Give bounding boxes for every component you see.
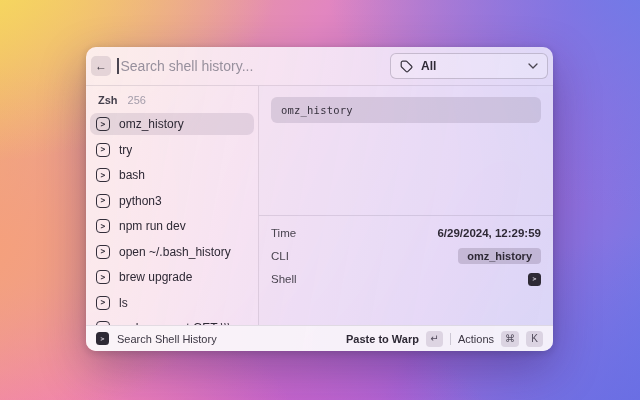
shell-zsh-icon: > — [528, 273, 541, 286]
paste-to-warp-action[interactable]: Paste to Warp — [346, 333, 419, 345]
history-item-label: omz_history — [119, 117, 184, 131]
detail-row-cli: CLI omz_history — [271, 248, 541, 264]
terminal-prompt-icon: > — [96, 270, 110, 284]
terminal-prompt-icon: > — [96, 143, 110, 157]
history-item[interactable]: > try — [90, 139, 254, 161]
back-button[interactable]: ← — [91, 56, 111, 76]
history-item[interactable]: > npm run dev — [90, 215, 254, 237]
shell-section-label: Zsh — [98, 94, 118, 106]
time-value: 6/29/2024, 12:29:59 — [437, 227, 541, 239]
return-key-icon: ↵ — [426, 331, 443, 347]
terminal-prompt-icon: > — [96, 219, 110, 233]
preview-pane: omz_history — [259, 86, 553, 215]
history-item-label: open ~/.bash_history — [119, 245, 231, 259]
cli-value-badge: omz_history — [458, 248, 541, 264]
terminal-prompt-icon: > — [96, 168, 110, 182]
back-arrow-icon: ← — [95, 59, 107, 73]
history-sidebar: Zsh 256 > omz_history > try > bash > — [86, 86, 258, 325]
footer-app-label: Search Shell History — [117, 333, 338, 345]
history-list: > omz_history > try > bash > python3 > — [86, 113, 258, 325]
history-item-label: ls — [119, 296, 128, 310]
history-item[interactable]: > curl --request GET \\\ --url 'htt — [90, 317, 254, 325]
search-shell-history-window: ← All Zsh 256 — [86, 47, 553, 351]
filter-selected-value: All — [421, 59, 520, 73]
actions-menu-button[interactable]: Actions — [458, 333, 494, 345]
terminal-prompt-icon: > — [96, 296, 110, 310]
history-item[interactable]: > python3 — [90, 190, 254, 212]
shell-section-header: Zsh 256 — [86, 86, 258, 113]
warp-app-icon: > — [96, 332, 109, 345]
terminal-prompt-icon: > — [96, 117, 110, 131]
shell-label: Shell — [271, 273, 297, 285]
detail-pane: omz_history Time 6/29/2024, 12:29:59 CLI… — [259, 86, 553, 325]
terminal-prompt-icon: > — [96, 194, 110, 208]
search-input[interactable] — [119, 58, 391, 74]
cmd-key-icon: ⌘ — [501, 331, 519, 347]
desktop-background: { "icons": { "back": "←", "prompt": ">" … — [0, 0, 640, 400]
detail-row-shell: Shell > — [271, 271, 541, 287]
terminal-prompt-icon: > — [96, 245, 110, 259]
history-item-label: bash — [119, 168, 145, 182]
details-section: Time 6/29/2024, 12:29:59 CLI omz_history… — [259, 216, 553, 325]
chevron-down-icon — [528, 63, 538, 69]
k-key-icon: K — [526, 331, 543, 347]
history-item-label: try — [119, 143, 132, 157]
command-preview: omz_history — [271, 97, 541, 123]
detail-row-time: Time 6/29/2024, 12:29:59 — [271, 225, 541, 241]
time-label: Time — [271, 227, 296, 239]
history-item-label: npm run dev — [119, 219, 186, 233]
history-item-label: brew upgrade — [119, 270, 192, 284]
shell-section-count: 256 — [128, 94, 146, 106]
history-item[interactable]: > ls — [90, 292, 254, 314]
main-area: Zsh 256 > omz_history > try > bash > — [86, 86, 553, 325]
history-item[interactable]: > omz_history — [90, 113, 254, 135]
filter-dropdown[interactable]: All — [390, 53, 548, 79]
history-item-label: python3 — [119, 194, 162, 208]
cli-label: CLI — [271, 250, 289, 262]
history-item[interactable]: > bash — [90, 164, 254, 186]
history-item[interactable]: > brew upgrade — [90, 266, 254, 288]
footer-bar: > Search Shell History Paste to Warp ↵ A… — [86, 325, 553, 351]
footer-divider — [450, 333, 451, 345]
history-item[interactable]: > open ~/.bash_history — [90, 241, 254, 263]
top-bar: ← All — [86, 47, 553, 85]
tag-icon — [400, 60, 413, 73]
footer-actions: Paste to Warp ↵ Actions ⌘ K — [346, 331, 543, 347]
